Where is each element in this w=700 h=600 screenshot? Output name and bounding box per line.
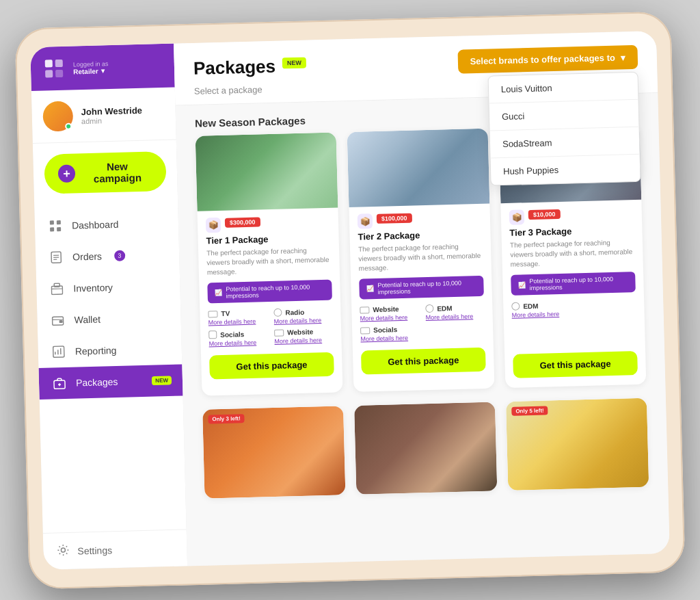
reach-bar-tier1: 📈 Potential to reach up to 10,000 impres…	[207, 279, 332, 303]
card-title-tier1: Tier 1 Package	[206, 232, 330, 246]
inventory-icon	[50, 281, 64, 296]
svg-point-25	[61, 548, 65, 552]
svg-rect-4	[50, 220, 54, 224]
svg-rect-3	[55, 69, 63, 77]
svg-rect-7	[57, 227, 61, 231]
price-badge-tier1: $300,000	[225, 217, 260, 227]
reach-text-tier2: Potential to reach up to 10,000 impressi…	[377, 279, 476, 296]
package-image-tier1	[196, 132, 338, 211]
gear-icon	[57, 543, 70, 558]
svg-rect-0	[45, 60, 53, 67]
tablet-frame: Logged in as Retailer ▾ John Westride ad…	[14, 11, 685, 589]
sidebar-item-wallet[interactable]: Wallet	[37, 301, 181, 336]
card-title-tier2: Tier 2 Package	[358, 228, 482, 242]
card-title-tier3: Tier 3 Package	[509, 224, 634, 238]
reporting-icon	[52, 344, 66, 358]
channel-tv: TV More details here	[208, 309, 267, 326]
brand-option-sodastream[interactable]: SodaStream	[490, 127, 640, 158]
website-details-link-t2[interactable]: More details here	[360, 313, 419, 322]
channels-tier1: TV More details here Radio More details …	[208, 306, 333, 347]
radio-details-link[interactable]: More details here	[274, 316, 333, 324]
tv-icon	[208, 310, 217, 317]
brand-option-louisvuitton[interactable]: Louis Vuitton	[488, 72, 638, 103]
nav-menu: Dashboard Orders 3	[34, 201, 186, 532]
reach-bar-tier3: 📈 Potential to reach up to 10,000 impres…	[511, 272, 636, 296]
card-body-tier2: 📦 $100,000 Tier 2 Package The perfect pa…	[349, 203, 494, 384]
chevron-down-icon: ▾	[101, 66, 105, 74]
socials-details-link-t2[interactable]: More details here	[360, 334, 419, 342]
price-badge-tier3: $10,000	[528, 209, 561, 219]
channel-website-t2: Website More details here	[360, 304, 419, 322]
brand-option-gucci[interactable]: Gucci	[489, 99, 639, 131]
socials-details-link[interactable]: More details here	[208, 339, 267, 347]
package-card-tier1: 📦 $300,000 Tier 1 Package The perfect pa…	[196, 132, 343, 395]
card-body-tier3: 📦 $10,000 Tier 3 Package The perfect pac…	[500, 199, 646, 387]
nav-label-reporting: Reporting	[75, 344, 117, 356]
user-profile: John Westride admin	[31, 87, 176, 143]
package-card-bottom1: Only 3 left!	[202, 406, 345, 498]
app-logo	[42, 55, 67, 81]
online-indicator	[65, 122, 72, 129]
channel-socials: Socials More details here	[208, 329, 268, 347]
plus-icon: +	[58, 164, 76, 183]
new-badge: NEW	[282, 57, 306, 68]
channel-socials-t2: Socials More details here	[360, 325, 420, 342]
channel-edm-t2: EDM More details here	[425, 302, 485, 320]
orders-icon	[49, 250, 64, 264]
scarcity-badge-bottom3: Only 5 left!	[511, 406, 548, 415]
icon-price-row-tier2: 📦 $100,000	[358, 210, 483, 229]
nav-label-wallet: Wallet	[74, 313, 100, 325]
package-box-icon-tier3: 📦	[509, 209, 525, 225]
main-content: Packages NEW Select brands to offer pack…	[174, 31, 670, 566]
sidebar-item-dashboard[interactable]: Dashboard	[34, 207, 178, 242]
get-package-button-tier3[interactable]: Get this package	[513, 351, 638, 378]
new-campaign-button[interactable]: + New campaign	[44, 151, 166, 194]
package-image-bottom1: Only 3 left!	[202, 406, 345, 498]
page-header: Packages NEW Select brands to offer pack…	[174, 31, 658, 105]
get-package-button-tier1[interactable]: Get this package	[209, 352, 334, 379]
svg-rect-6	[50, 227, 54, 231]
edm-icon-t3	[511, 302, 520, 310]
edm-details-link-t2[interactable]: More details here	[426, 312, 485, 320]
website-details-link[interactable]: More details here	[274, 336, 333, 344]
package-image-tier2	[347, 128, 490, 207]
card-desc-tier3: The perfect package for reaching viewers…	[510, 237, 635, 270]
edm-icon-t2	[425, 304, 433, 312]
sidebar-item-reporting[interactable]: Reporting	[38, 332, 182, 367]
package-image-bottom3: Only 5 left!	[506, 397, 649, 490]
channel-website: Website More details here	[274, 327, 334, 345]
radio-icon	[273, 308, 282, 316]
package-card-bottom3: Only 5 left!	[506, 397, 649, 490]
nav-label-inventory: Inventory	[73, 282, 113, 294]
icon-price-row: 📦 $300,000	[206, 214, 331, 233]
channels-tier3: EDM More details here	[511, 299, 636, 319]
svg-rect-5	[57, 220, 61, 224]
package-image-bottom2	[354, 402, 497, 494]
card-desc-tier1: The perfect package for reaching viewers…	[206, 245, 332, 277]
sidebar-item-orders[interactable]: Orders 3	[36, 238, 180, 273]
card-desc-tier2: The perfect package for reaching viewers…	[358, 241, 483, 273]
nav-label-orders: Orders	[72, 250, 102, 262]
website-icon	[274, 329, 284, 336]
package-card-bottom2	[354, 402, 497, 494]
orders-badge: 3	[114, 250, 125, 261]
title-row: Packages NEW Select brands to offer pack…	[193, 44, 638, 80]
brand-select-button[interactable]: Select brands to offer packages to ▾	[457, 44, 638, 73]
chart-icon: 📈	[215, 289, 222, 296]
account-type[interactable]: Retailer ▾	[73, 66, 109, 75]
sidebar-item-inventory[interactable]: Inventory	[36, 270, 180, 304]
icon-price-row-tier3: 📦 $10,000	[509, 207, 634, 225]
chevron-down-icon: ▾	[621, 52, 625, 62]
svg-rect-2	[45, 70, 53, 77]
edm-details-link-t3[interactable]: More details here	[512, 310, 571, 318]
get-package-button-tier2[interactable]: Get this package	[361, 347, 486, 374]
brand-select-label: Select brands to offer packages to	[470, 52, 615, 66]
chart-icon-tier3: 📈	[517, 281, 525, 288]
tv-details-link[interactable]: More details here	[208, 317, 267, 326]
socials-icon	[208, 330, 217, 339]
settings-nav-item[interactable]: Settings	[43, 529, 187, 569]
reach-bar-tier2: 📈 Potential to reach up to 10,000 impres…	[359, 275, 484, 299]
brand-option-hushpuppies[interactable]: Hush Puppies	[491, 154, 641, 185]
sidebar-item-packages[interactable]: Packages NEW	[38, 364, 183, 399]
wallet-icon	[51, 313, 65, 327]
